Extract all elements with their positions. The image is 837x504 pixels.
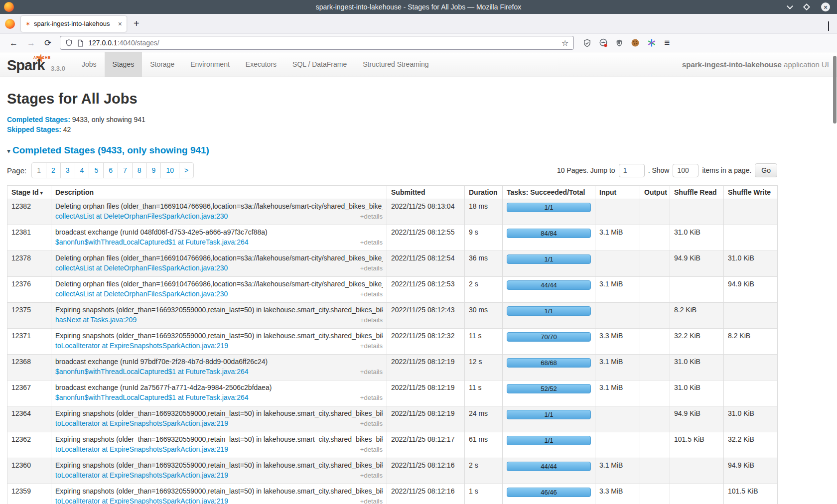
stage-callsite-link[interactable]: toLocalIterator at ExpireSnapshotsSparkA… <box>55 471 228 479</box>
col-header-description[interactable]: Description <box>51 186 387 199</box>
stage-description: Expiring snapshots (older_than=166932055… <box>55 435 383 443</box>
output-cell <box>640 251 670 277</box>
details-toggle[interactable]: +details <box>360 472 383 479</box>
col-header-input[interactable]: Input <box>595 186 640 199</box>
url-bar[interactable]: 127.0.0.1:4040/stages/ ☆ <box>60 36 574 50</box>
scrollbar-thumb[interactable] <box>833 56 837 124</box>
spark-logo[interactable]: APACHE ★ Spark 3.3.0 <box>7 52 68 77</box>
tab-close-icon[interactable]: × <box>118 20 122 27</box>
details-toggle[interactable]: +details <box>360 264 383 272</box>
col-header-output[interactable]: Output <box>640 186 670 199</box>
go-button[interactable]: Go <box>755 163 777 177</box>
bookmark-star-icon[interactable]: ☆ <box>561 38 568 48</box>
stage-callsite-link[interactable]: toLocalIterator at ExpireSnapshotsSparkA… <box>55 419 228 427</box>
nav-executors[interactable]: Executors <box>238 52 284 77</box>
stage-callsite-link[interactable]: $anonfun$withThreadLocalCaptured$1 at Fu… <box>55 368 249 376</box>
page-button-next[interactable]: > <box>179 162 194 178</box>
extension-shield-check-icon[interactable] <box>583 39 591 47</box>
page-button-group: 12345678910> <box>31 162 194 178</box>
nav-structured-streaming[interactable]: Structured Streaming <box>355 52 436 77</box>
description-cell: Expiring snapshots (older_than=166932055… <box>51 406 387 432</box>
tasks-cell: 84/84 <box>503 225 595 251</box>
nav-jobs[interactable]: Jobs <box>74 52 105 77</box>
jump-to-page-input[interactable] <box>619 164 645 177</box>
extension-ublock-icon[interactable] <box>615 39 623 47</box>
new-tab-button[interactable]: + <box>134 18 140 29</box>
details-toggle[interactable]: +details <box>360 498 383 504</box>
shuffle-read-cell: 31.0 KiB <box>670 355 724 380</box>
completed-stages-toggle[interactable]: ▾Completed Stages (9433, only showing 94… <box>7 145 830 156</box>
output-cell <box>640 484 670 504</box>
stage-callsite-link[interactable]: $anonfun$withThreadLocalCaptured$1 at Fu… <box>55 238 249 246</box>
col-header-tasks-succeeded-total[interactable]: Tasks: Succeeded/Total <box>503 186 595 199</box>
forward-button[interactable]: → <box>27 39 35 47</box>
extension-starburst-icon[interactable] <box>647 38 656 47</box>
col-header-shuffle-read[interactable]: Shuffle Read <box>670 186 724 199</box>
show-text: . Show <box>648 166 670 174</box>
input-cell: 3.1 MiB <box>595 380 640 406</box>
page-button-9[interactable]: 9 <box>146 162 161 178</box>
page-button-5[interactable]: 5 <box>89 162 104 178</box>
tracking-protection-shield-icon[interactable] <box>65 39 73 47</box>
url-text: 127.0.0.1:4040/stages/ <box>88 39 159 47</box>
page-button-8[interactable]: 8 <box>132 162 147 178</box>
back-button[interactable]: ← <box>9 39 18 47</box>
details-toggle[interactable]: +details <box>360 342 383 350</box>
col-header-duration[interactable]: Duration <box>465 186 503 199</box>
tab-list-chevron-icon[interactable] <box>828 21 829 30</box>
details-toggle[interactable]: +details <box>360 213 383 220</box>
stage-callsite-link[interactable]: collectAsList at DeleteOrphanFilesSparkA… <box>55 264 228 272</box>
description-cell: broadcast exchange (runId 2a75677f-a771-… <box>51 380 387 406</box>
submitted-cell: 2022/11/25 08:12:19 <box>387 355 465 380</box>
page-button-3[interactable]: 3 <box>60 162 75 178</box>
shuffle-write-cell <box>724 380 778 406</box>
extension-mask-icon[interactable] <box>599 38 608 47</box>
page-button-6[interactable]: 6 <box>103 162 118 178</box>
page-button-10[interactable]: 10 <box>160 162 179 178</box>
details-toggle[interactable]: +details <box>360 420 383 427</box>
stage-description: Expiring snapshots (older_than=166932055… <box>55 487 383 495</box>
window-minimize-icon[interactable] <box>787 3 793 9</box>
firefox-icon[interactable] <box>5 19 15 29</box>
page-button-4[interactable]: 4 <box>75 162 90 178</box>
shuffle-read-cell: 32.2 KiB <box>670 329 724 355</box>
page-button-1[interactable]: 1 <box>31 162 46 178</box>
nav-sql-dataframe[interactable]: SQL / DataFrame <box>284 52 355 77</box>
reload-button[interactable]: ⟳ <box>44 39 51 47</box>
details-toggle[interactable]: +details <box>360 446 383 453</box>
page-info-icon[interactable] <box>77 39 84 47</box>
stage-row-12364: 12364Expiring snapshots (older_than=1669… <box>7 406 778 432</box>
col-header-submitted[interactable]: Submitted <box>387 186 465 199</box>
stage-callsite-link[interactable]: collectAsList at DeleteOrphanFilesSparkA… <box>55 212 228 220</box>
completed-stages-value: 9433, only showing 941 <box>70 116 145 124</box>
menu-button[interactable]: ≡ <box>664 37 669 48</box>
page-button-2[interactable]: 2 <box>46 162 61 178</box>
stage-callsite-link[interactable]: $anonfun$withThreadLocalCaptured$1 at Fu… <box>55 393 249 401</box>
nav-storage[interactable]: Storage <box>142 52 182 77</box>
col-header-shuffle-write[interactable]: Shuffle Write <box>724 186 778 199</box>
stage-id-cell: 12359 <box>7 484 51 504</box>
nav-stages[interactable]: Stages <box>105 52 142 77</box>
stage-callsite-link[interactable]: toLocalIterator at ExpireSnapshotsSparkA… <box>55 342 228 350</box>
show-items-input[interactable] <box>673 164 698 177</box>
stage-callsite-link[interactable]: hasNext at Tasks.java:209 <box>55 316 137 324</box>
stage-callsite-link[interactable]: toLocalIterator at ExpireSnapshotsSparkA… <box>55 497 228 504</box>
extension-cookie-icon[interactable] <box>631 38 640 47</box>
spark-wordmark: Spark <box>7 57 45 74</box>
page-button-7[interactable]: 7 <box>118 162 133 178</box>
details-toggle[interactable]: +details <box>360 368 383 376</box>
details-toggle[interactable]: +details <box>360 239 383 246</box>
details-toggle[interactable]: +details <box>360 394 383 401</box>
stage-callsite-link[interactable]: collectAsList at DeleteOrphanFilesSparkA… <box>55 290 228 298</box>
output-cell <box>640 277 670 303</box>
details-toggle[interactable]: +details <box>360 290 383 298</box>
col-header-stage-id[interactable]: Stage Id ▾ <box>7 186 51 199</box>
window-maximize-icon[interactable] <box>803 3 810 10</box>
shuffle-read-cell <box>670 458 724 484</box>
window-close-icon[interactable]: × <box>821 2 830 11</box>
stage-callsite-link[interactable]: toLocalIterator at ExpireSnapshotsSparkA… <box>55 445 228 453</box>
browser-tab[interactable]: ✶ spark-ingest-into-lakehous × <box>21 16 127 32</box>
skipped-stages-stat: Skipped Stages: 42 <box>7 125 830 134</box>
nav-environment[interactable]: Environment <box>182 52 238 77</box>
details-toggle[interactable]: +details <box>360 316 383 324</box>
